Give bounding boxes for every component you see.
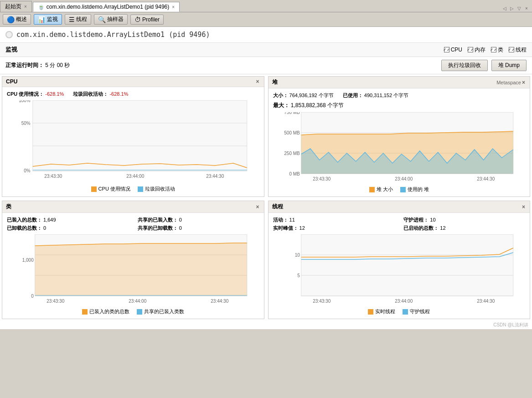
threads-label: 线程	[76, 16, 87, 23]
checkbox-memory[interactable]: ✓ 内存	[468, 46, 486, 54]
heap-legend-used: 使用的 堆	[400, 186, 429, 193]
class-shared-unloaded-stat: 共享的已卸载数： 0	[138, 225, 259, 232]
svg-text:23:43:30: 23:43:30	[313, 299, 331, 304]
cpu-checkbox-box[interactable]: ✓	[444, 47, 449, 52]
thread-legend-label-daemon: 守护线程	[410, 308, 430, 315]
cpu-usage-label: CPU 使用情况：	[7, 91, 44, 97]
thread-daemon-value: 10	[430, 217, 435, 222]
checkbox-thread[interactable]: ✓ 线程	[509, 46, 527, 54]
memory-checkbox-box[interactable]: ✓	[468, 47, 473, 52]
sampler-icon: 🔍	[98, 16, 106, 23]
svg-text:23:44:00: 23:44:00	[129, 299, 146, 304]
heap-panel-title: 堆	[272, 78, 494, 86]
toolbar-monitor[interactable]: 📊 监视	[34, 14, 62, 25]
threads-icon: ☰	[69, 16, 75, 23]
cpu-panel-header: CPU ×	[2, 77, 264, 87]
thread-chart-body: 活动： 11 实时峰值： 12 守护进程： 10	[269, 213, 530, 319]
cpu-panel-close[interactable]: ×	[255, 78, 260, 85]
svg-text:23:43:30: 23:43:30	[46, 299, 64, 304]
cpu-panel-title: CPU	[6, 78, 255, 85]
thread-peak-stat: 实时峰值： 12	[273, 225, 395, 232]
tab-bar: 起始页 × 🍵 com.xin.demo.listdemo.ArrayListD…	[0, 0, 532, 12]
cpu-stats: CPU 使用情况： -628.1% 垃圾回收活动： -628.1%	[7, 91, 259, 98]
heap-chart-svg: 750 MB 500 MB 250 MB 0 MB 23:43:30 23:44…	[273, 112, 526, 183]
thread-checkbox-box[interactable]: ✓	[509, 47, 514, 52]
thread-daemon-label: 守护进程：	[403, 217, 429, 222]
thread-chart-svg-container: 10 5 23:43:30 23:44:00 23:44:30	[273, 234, 526, 306]
cpu-legend-color-orange	[91, 186, 97, 192]
heap-legend: 堆 大小 使用的 堆	[273, 184, 526, 195]
svg-text:23:44:00: 23:44:00	[126, 174, 144, 179]
toolbar-profiler[interactable]: ⏱ Profiler	[130, 15, 164, 25]
svg-text:0 MB: 0 MB	[289, 171, 300, 176]
gc-activity-stat: 垃圾回收活动： -628.1%	[73, 91, 128, 98]
heap-legend-label-used: 使用的 堆	[408, 186, 429, 193]
heap-dump-button[interactable]: 堆 Dump	[491, 60, 527, 71]
class-stats-col1: 已装入的总数： 1,649 已卸载的总数： 0	[7, 217, 129, 232]
checkbox-cpu[interactable]: ✓ CPU	[444, 47, 462, 53]
tab-start-close[interactable]: ×	[24, 4, 27, 9]
toolbar-threads[interactable]: ☰ 线程	[65, 14, 91, 25]
heap-max-row: 最大： 1,853,882,368 个字节	[273, 102, 526, 109]
tab-demo[interactable]: 🍵 com.xin.demo.listdemo.ArrayListDemo1 (…	[33, 2, 180, 12]
class-panel-header: 类 ×	[2, 201, 264, 213]
svg-text:0: 0	[31, 294, 34, 299]
class-legend: 已装入的类的总数 共享的已装入类数	[7, 306, 259, 317]
process-name: com.xin.demo.listdemo.ArrayListDemo1 (pi…	[16, 31, 210, 39]
cpu-panel: CPU × CPU 使用情况： -628.1% 垃圾回收活动： -628.1%	[2, 76, 264, 197]
class-legend-shared: 共享的已装入类数	[137, 308, 184, 315]
svg-text:500 MB: 500 MB	[284, 130, 300, 135]
tab-demo-close[interactable]: ×	[172, 5, 175, 10]
tab-demo-label: com.xin.demo.listdemo.ArrayListDemo1 (pi…	[46, 4, 169, 10]
svg-marker-32	[35, 243, 247, 296]
memory-checkbox-label: 内存	[475, 46, 486, 54]
checkbox-class[interactable]: ✓ 类	[491, 46, 503, 54]
thread-stats-col2: 守护进程： 10 已启动的总数： 12	[403, 217, 525, 232]
runtime-label: 正常运行时间： 5 分 00 秒	[5, 62, 441, 69]
thread-checkbox-label: 线程	[516, 46, 527, 54]
monitor-label: 监视	[47, 16, 58, 23]
svg-text:23:44:30: 23:44:30	[477, 299, 495, 304]
nav-x[interactable]: ×	[523, 5, 530, 12]
runtime-value: 5 分 00 秒	[45, 62, 70, 68]
thread-panel: 线程 × 活动： 11 实时峰值： 12	[268, 201, 531, 319]
heap-used-label: 已使用：	[343, 93, 363, 98]
action-bar: 正常运行时间： 5 分 00 秒 执行垃圾回收 堆 Dump	[0, 57, 532, 74]
thread-daemon-stat: 守护进程： 10	[403, 217, 525, 223]
thread-chart-svg: 10 5 23:43:30 23:44:00 23:44:30	[273, 234, 526, 305]
cpu-legend-label-usage: CPU 使用情况	[98, 186, 130, 192]
svg-text:1,000: 1,000	[22, 258, 34, 263]
class-checkbox-box[interactable]: ✓	[491, 47, 496, 52]
thread-legend-color-blue	[403, 309, 408, 315]
thread-panel-title: 线程	[272, 203, 521, 211]
tab-start[interactable]: 起始页 ×	[0, 1, 32, 12]
class-legend-label-loaded: 已装入的类的总数	[89, 308, 129, 315]
nav-right[interactable]: ▷	[508, 5, 516, 12]
svg-text:23:44:00: 23:44:00	[395, 299, 413, 304]
class-shared-loaded-stat: 共享的已装入数： 0	[138, 217, 259, 223]
toolbar-sampler[interactable]: 🔍 抽样器	[94, 14, 128, 25]
svg-text:0%: 0%	[24, 168, 31, 173]
class-panel-close[interactable]: ×	[255, 204, 260, 210]
heap-max-label: 最大：	[273, 102, 289, 109]
class-loaded-stat: 已装入的总数： 1,649	[7, 217, 129, 223]
heap-legend-color-orange	[369, 187, 375, 192]
thread-panel-close[interactable]: ×	[521, 204, 526, 210]
toolbar-overview[interactable]: 🔵 概述	[3, 14, 31, 25]
nav-left[interactable]: ◁	[501, 5, 508, 12]
class-chart-svg: 1,000 0 23:43:30 23:44:00 23:44:30	[7, 234, 259, 305]
svg-text:23:44:30: 23:44:30	[477, 176, 495, 181]
gc-button[interactable]: 执行垃圾回收	[441, 60, 488, 71]
class-shared-unloaded-label: 共享的已卸载数：	[138, 225, 178, 231]
heap-panel-header: 堆 Metaspace ×	[269, 77, 530, 88]
overview-icon: 🔵	[7, 16, 15, 23]
nav-down[interactable]: ▽	[516, 5, 523, 12]
heap-panel-close[interactable]: ×	[521, 79, 526, 86]
nav-arrows: ◁ ▷ ▽ ×	[501, 5, 532, 12]
heap-chart-svg-container: 750 MB 500 MB 250 MB 0 MB 23:43:30 23:44…	[273, 112, 526, 184]
thread-panel-header: 线程 ×	[269, 201, 530, 213]
sampler-label: 抽样器	[107, 16, 124, 23]
svg-text:23:43:30: 23:43:30	[44, 174, 62, 179]
monitor-title: 监视	[5, 46, 444, 54]
thread-legend-label-active: 实时线程	[375, 308, 395, 315]
